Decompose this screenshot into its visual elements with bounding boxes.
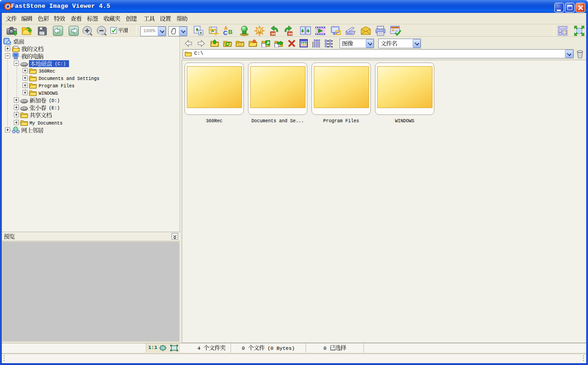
svg-text:B: B	[228, 29, 232, 35]
svg-text:90: 90	[271, 32, 276, 36]
svg-text:-: -	[559, 30, 560, 32]
svg-text:C: C	[223, 29, 228, 36]
svg-text:90: 90	[288, 32, 293, 36]
